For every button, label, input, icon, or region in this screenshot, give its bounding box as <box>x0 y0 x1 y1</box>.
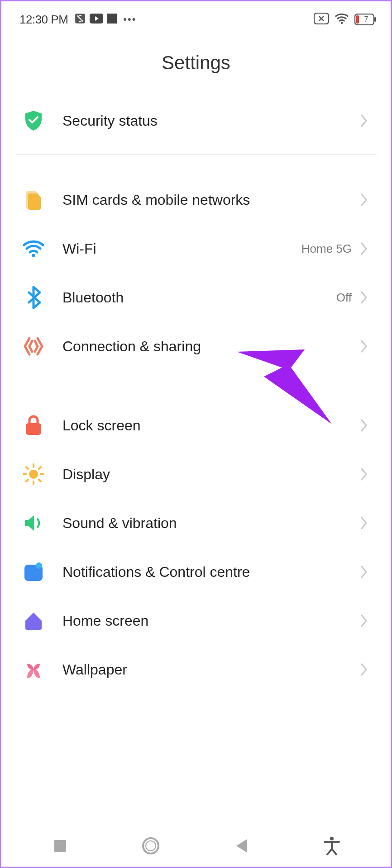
battery-text: 7 <box>354 15 374 24</box>
divider <box>15 380 377 380</box>
svg-rect-6 <box>374 17 376 22</box>
item-value: Home 5G <box>301 242 352 256</box>
page-title: Settings <box>1 34 391 96</box>
nav-recent-button[interactable] <box>40 832 81 859</box>
item-label: Connection & sharing <box>62 338 360 355</box>
svg-line-17 <box>39 467 41 469</box>
more-icon: ••• <box>123 14 136 25</box>
divider <box>15 154 377 155</box>
sim-card-icon <box>22 188 45 212</box>
control-centre-icon <box>22 560 45 584</box>
home-icon <box>22 609 45 632</box>
svg-point-4 <box>341 22 343 24</box>
speaker-icon <box>22 511 45 535</box>
svg-line-15 <box>26 467 28 469</box>
nav-home-button[interactable] <box>130 832 171 859</box>
youtube-icon <box>90 14 103 25</box>
bluetooth-icon <box>22 286 45 309</box>
nav-back-button[interactable] <box>221 832 262 859</box>
item-label: Lock screen <box>62 417 360 434</box>
svg-line-18 <box>26 480 28 481</box>
item-label: Security status <box>62 113 360 129</box>
chevron-right-icon <box>360 193 368 207</box>
chevron-right-icon <box>360 113 368 128</box>
chevron-right-icon <box>360 516 368 530</box>
settings-item-sound[interactable]: Sound & vibration <box>15 499 377 547</box>
chevron-right-icon <box>360 290 368 305</box>
wifi-icon <box>335 13 349 26</box>
navigation-bar <box>1 825 391 867</box>
settings-group-security: Security status <box>1 96 391 145</box>
nav-accessibility-button[interactable] <box>311 832 352 859</box>
settings-item-lock[interactable]: Lock screen <box>15 401 377 450</box>
sim-error-icon <box>314 13 329 26</box>
chevron-right-icon <box>360 418 368 433</box>
svg-point-8 <box>32 254 35 257</box>
chevron-right-icon <box>360 467 368 481</box>
chevron-right-icon <box>360 241 368 256</box>
chevron-right-icon <box>360 662 368 677</box>
shield-check-icon <box>22 109 45 132</box>
flower-icon <box>22 658 45 681</box>
item-label: Wallpaper <box>62 661 360 678</box>
svg-point-10 <box>29 470 38 479</box>
settings-item-home[interactable]: Home screen <box>15 596 377 645</box>
item-label: SIM cards & mobile networks <box>62 192 360 208</box>
settings-group-device: Lock screen Display Sound & vibration No… <box>1 401 391 694</box>
item-label: Wi-Fi <box>62 241 301 257</box>
chevron-right-icon <box>360 565 368 579</box>
status-time: 12:30 PM <box>19 13 68 27</box>
svg-line-16 <box>39 480 41 481</box>
sun-icon <box>22 462 45 486</box>
settings-item-sim[interactable]: SIM cards & mobile networks <box>15 175 377 224</box>
settings-item-notifications[interactable]: Notifications & Control centre <box>15 547 377 596</box>
chevron-right-icon <box>360 613 368 628</box>
settings-item-connection[interactable]: Connection & sharing <box>15 322 377 371</box>
svg-point-20 <box>36 562 42 569</box>
settings-item-security[interactable]: Security status <box>15 96 377 145</box>
status-bar: 12:30 PM ••• 7 <box>1 1 391 34</box>
svg-point-24 <box>330 837 334 840</box>
sync-off-icon <box>74 13 86 26</box>
settings-item-display[interactable]: Display <box>15 450 377 499</box>
lock-icon <box>22 414 45 437</box>
wifi-color-icon <box>22 237 45 260</box>
item-value: Off <box>336 291 352 305</box>
item-label: Display <box>62 466 360 483</box>
item-label: Sound & vibration <box>62 515 360 532</box>
item-label: Bluetooth <box>62 289 336 306</box>
settings-item-wifi[interactable]: Wi-Fi Home 5G <box>15 224 377 273</box>
settings-item-wallpaper[interactable]: Wallpaper <box>15 645 377 694</box>
settings-item-bluetooth[interactable]: Bluetooth Off <box>15 273 377 322</box>
item-label: Notifications & Control centre <box>62 564 360 580</box>
connection-share-icon <box>22 335 45 358</box>
battery-icon: 7 <box>354 14 377 25</box>
svg-rect-21 <box>54 840 66 852</box>
svg-point-23 <box>146 841 156 851</box>
svg-rect-2 <box>107 14 117 24</box>
settings-group-network: SIM cards & mobile networks Wi-Fi Home 5… <box>1 175 391 371</box>
svg-rect-9 <box>26 423 41 435</box>
square-icon <box>107 14 117 25</box>
item-label: Home screen <box>62 613 360 629</box>
chevron-right-icon <box>360 339 368 354</box>
